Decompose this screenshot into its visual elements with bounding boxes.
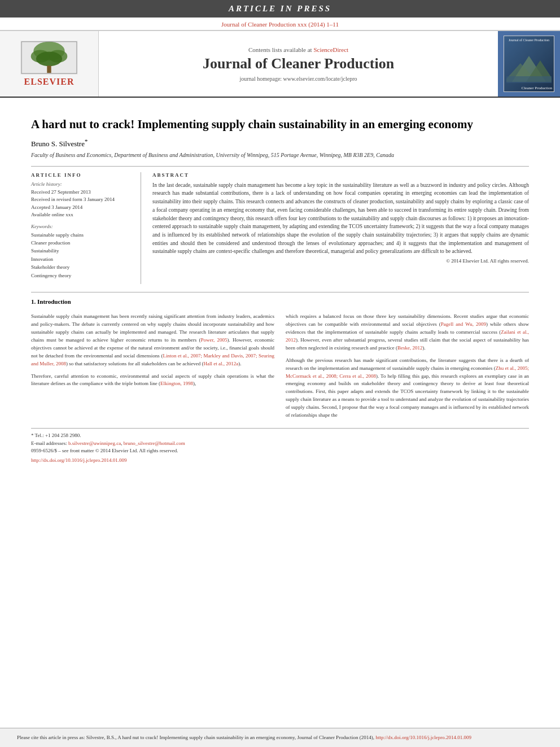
- contents-label: Contents lists available at: [248, 46, 312, 53]
- intro-para-2: Therefore, careful attention to economic…: [31, 373, 274, 388]
- keywords-section: Keywords: Sustainable supply chains Clea…: [31, 224, 132, 279]
- cite-beske-2012[interactable]: Beske, 2012: [397, 345, 423, 351]
- keyword-5: Stakeholder theory: [31, 263, 132, 271]
- elsevier-logo-area: ELSEVIER: [0, 31, 99, 97]
- issn-line: 0959-6526/$ – see front matter © 2014 El…: [31, 447, 529, 455]
- cite-hall-2012[interactable]: Hall et al., 2012a: [204, 361, 239, 366]
- journal-header: ELSEVIER Contents lists available at Sci…: [0, 30, 560, 98]
- affiliation: Faculty of Business and Economics, Depar…: [31, 151, 529, 159]
- author-text: Bruno S. Silvestre: [31, 140, 85, 148]
- sciencedirect-link[interactable]: ScienceDirect: [313, 46, 348, 53]
- copyright-line: © 2014 Elsevier Ltd. All rights reserved…: [152, 258, 529, 264]
- cover-text-top: Journal of Cleaner Production: [505, 38, 553, 43]
- body-right-column: which requires a balanced focus on those…: [286, 313, 529, 420]
- email-label: E-mail addresses:: [31, 440, 67, 446]
- cite-linton-2007[interactable]: Linton et al., 2007; Markley and Davis, …: [31, 353, 274, 366]
- bottom-doi-link[interactable]: http://dx.doi.org/10.1016/j.jclepro.2014…: [375, 735, 471, 740]
- intro-para-1: Sustainable supply chain management has …: [31, 313, 274, 368]
- keyword-4: Innovation: [31, 255, 132, 263]
- keyword-6: Contingency theory: [31, 272, 132, 279]
- svg-point-4: [36, 51, 62, 66]
- article-in-press-banner: ARTICLE IN PRESS: [0, 0, 560, 18]
- body-columns: Sustainable supply chain management has …: [31, 313, 529, 420]
- revised-date: Received in revised form 3 January 2014: [31, 196, 132, 204]
- keyword-2: Cleaner production: [31, 239, 132, 247]
- journal-cover-area: Journal of Cleaner Production Cleaner Pr…: [498, 31, 560, 97]
- journal-ref-bar: Journal of Cleaner Production xxx (2014)…: [0, 18, 560, 30]
- author-name: Bruno S. Silvestre*: [31, 138, 529, 148]
- abstract-label: ABSTRACT: [152, 172, 529, 178]
- cite-zailani-2012[interactable]: Zailani et al., 2012: [286, 329, 529, 343]
- cover-mountain-icon: [506, 55, 552, 83]
- bottom-citation-bar: Please cite this article in press as: Si…: [0, 728, 560, 748]
- footnote-tel: * Tel.: +1 204 258 2980.: [31, 432, 529, 440]
- intro-para-4: Although the previous research has made …: [286, 357, 529, 420]
- divider: [31, 166, 529, 167]
- cite-power-2005[interactable]: Power, 2005: [200, 337, 227, 343]
- keyword-1: Sustainable supply chains: [31, 231, 132, 239]
- keyword-3: Sustainability: [31, 247, 132, 255]
- body-left-column: Sustainable supply chain management has …: [31, 313, 274, 420]
- history-label: Article history:: [31, 181, 132, 187]
- email-2-link[interactable]: bruno_silvestre@hotmail.com: [124, 440, 185, 446]
- bottom-citation-text: Please cite this article in press as: Si…: [17, 735, 471, 740]
- svg-rect-5: [47, 65, 51, 73]
- journal-title: Journal of Cleaner Production: [203, 55, 394, 72]
- banner-text: ARTICLE IN PRESS: [229, 4, 331, 13]
- intro-para-3: which requires a balanced focus on those…: [286, 313, 529, 352]
- abstract-column: ABSTRACT In the last decade, sustainable…: [152, 172, 529, 284]
- divider-2: [31, 292, 529, 292]
- doi-line: http://dx.doi.org/10.1016/j.jclepro.2014…: [31, 457, 529, 463]
- elsevier-logo: ELSEVIER: [18, 41, 80, 87]
- available-online: Available online xxx: [31, 211, 132, 219]
- page: ARTICLE IN PRESS Journal of Cleaner Prod…: [0, 0, 560, 747]
- sciencedirect-line: Contents lists available at ScienceDirec…: [248, 46, 348, 53]
- cite-elkington-1998[interactable]: Elkington, 1998: [160, 381, 193, 386]
- cite-pagell-wu-2009[interactable]: Pagell and Wu, 2009: [441, 321, 486, 327]
- abstract-text: In the last decade, sustainable supply c…: [152, 181, 529, 256]
- elsevier-tree-icon: [18, 41, 80, 75]
- journal-ref-text: Journal of Cleaner Production xxx (2014)…: [221, 21, 339, 28]
- received-date: Received 27 September 2013: [31, 189, 132, 196]
- info-abstract-columns: ARTICLE INFO Article history: Received 2…: [31, 172, 529, 284]
- email-1-link[interactable]: b.silvestre@uwinnipeg.ca: [68, 440, 121, 446]
- elsevier-brand-text: ELSEVIER: [24, 77, 75, 87]
- article-history: Article history: Received 27 September 2…: [31, 181, 132, 219]
- introduction-heading: 1. Introduction: [31, 298, 529, 305]
- cover-text-bottom: Cleaner Production: [522, 86, 552, 90]
- main-content: A hard nut to crack! Implementing supply…: [0, 98, 560, 722]
- footnote-email: E-mail addresses: b.silvestre@uwinnipeg.…: [31, 440, 529, 448]
- doi-link[interactable]: http://dx.doi.org/10.1016/j.jclepro.2014…: [31, 457, 127, 463]
- journal-homepage: journal homepage: www.elsevier.com/locat…: [239, 76, 357, 82]
- footnote-area: * Tel.: +1 204 258 2980. E-mail addresse…: [31, 428, 529, 463]
- email-sep: ,: [121, 440, 122, 446]
- svg-rect-10: [506, 76, 552, 83]
- article-title: A hard nut to crack! Implementing supply…: [31, 117, 529, 132]
- journal-cover-image: Journal of Cleaner Production Cleaner Pr…: [504, 36, 554, 92]
- cite-zhu-2005[interactable]: Zhu et al., 2005; McCormack et al., 2008…: [286, 365, 529, 379]
- author-sup: *: [85, 138, 88, 145]
- keywords-label: Keywords:: [31, 224, 132, 229]
- article-info-label: ARTICLE INFO: [31, 172, 132, 178]
- article-info-column: ARTICLE INFO Article history: Received 2…: [31, 172, 141, 284]
- accepted-date: Accepted 3 January 2014: [31, 204, 132, 212]
- journal-info-center: Contents lists available at ScienceDirec…: [99, 31, 498, 97]
